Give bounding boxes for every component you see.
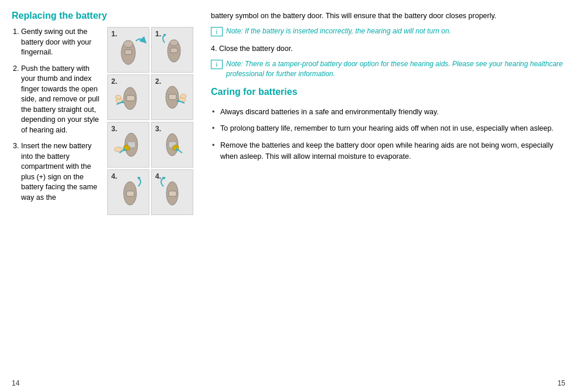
step4-item: 4. Close the battery door. (211, 43, 565, 54)
step4-label: 4. Close the battery door. (211, 45, 293, 53)
svg-rect-32 (169, 191, 176, 196)
step4-left-label: 4. (111, 172, 117, 180)
note1-block: i Note: If the battery is inserted incor… (211, 26, 565, 36)
steps-with-images: Gently swing out the battery door with y… (12, 27, 193, 215)
right-page-number: 15 (558, 379, 565, 387)
note2-block: i Note: There is a tamper-proof battery … (211, 59, 565, 80)
step4-right-label: 4. (155, 172, 161, 180)
bullet-2: To prolong battery life, remember to tur… (211, 123, 565, 134)
bullet-1: Always discard batteries in a safe and e… (211, 107, 565, 118)
svg-point-4 (170, 40, 178, 46)
svg-point-15 (180, 94, 186, 98)
image-step2-left: 2. (107, 74, 149, 120)
step1-left-label: 1. (111, 30, 117, 38)
caring-batteries-title: Caring for batteries (211, 87, 565, 97)
image-step2-right: 2. (151, 74, 193, 120)
svg-rect-26 (175, 145, 177, 146)
continued-text: battery symbol on the battery door. This… (211, 11, 565, 22)
page-container: Replacing the battery Gently swing out t… (0, 0, 577, 377)
svg-rect-13 (169, 94, 176, 100)
step-1: Gently swing out the battery door with y… (21, 27, 103, 58)
left-column: Replacing the battery Gently swing out t… (12, 11, 193, 366)
step1-right-label: 1. (155, 30, 161, 38)
note1-icon: i (211, 27, 223, 36)
svg-rect-2 (125, 50, 132, 54)
note1-text: Note: If the battery is inserted incorre… (226, 26, 451, 36)
steps-list: Gently swing out the battery door with y… (12, 27, 103, 203)
svg-point-1 (124, 40, 133, 47)
steps-text: Gently swing out the battery door with y… (12, 27, 103, 215)
replacing-battery-title: Replacing the battery (12, 11, 193, 21)
step3-right-label: 3. (155, 125, 161, 133)
step3-left-label: 3. (111, 125, 117, 133)
image-step3-left: 3. (107, 122, 149, 168)
step-2: Push the battery with your thumb and ind… (21, 64, 103, 136)
image-step3-right: 3. (151, 122, 193, 168)
image-grid: 1. 1. (107, 27, 193, 215)
left-page-number: 14 (12, 379, 19, 387)
svg-rect-29 (127, 191, 134, 196)
image-step1-right: 1. (151, 27, 193, 73)
step-3: Insert the new battery into the battery … (21, 141, 103, 203)
step2-left-label: 2. (111, 77, 117, 86)
svg-rect-20 (125, 145, 128, 146)
right-column: battery symbol on the battery door. This… (205, 11, 565, 366)
note2-icon: i (211, 60, 223, 69)
caring-bullets-list: Always discard batteries in a safe and e… (211, 107, 565, 168)
page-footer: 14 15 (0, 377, 577, 392)
image-step1-left: 1. (107, 27, 149, 73)
bullet-3: Remove the batteries and keep the batter… (211, 140, 565, 162)
svg-point-10 (115, 96, 121, 100)
svg-rect-8 (127, 96, 135, 101)
image-step4-right: 4. (151, 169, 193, 215)
image-step4-left: 4. (107, 169, 149, 215)
note2-text: Note: There is a tamper-proof battery do… (226, 59, 565, 80)
step2-right-label: 2. (155, 77, 161, 86)
svg-rect-5 (170, 48, 177, 53)
